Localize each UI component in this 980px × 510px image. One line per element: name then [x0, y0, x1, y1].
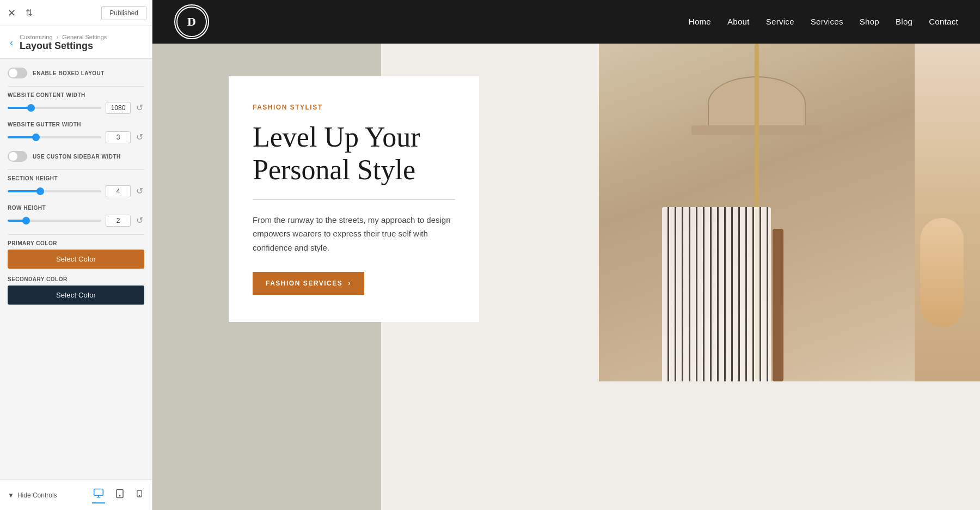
content-width-slider-row: 1080 ↺: [8, 101, 144, 114]
enable-boxed-label: ENABLE BOXED LAYOUT: [33, 70, 105, 76]
breadcrumb-sub: General Settings: [62, 34, 107, 40]
hero-photo-main: [599, 44, 915, 381]
svg-point-4: [139, 495, 139, 496]
hero-cta-button[interactable]: FASHION SERVICES ›: [253, 272, 364, 295]
primary-color-button[interactable]: Select Color: [8, 250, 144, 269]
panel-header: ‹ Customizing › General Settings Layout …: [0, 26, 152, 59]
row-height-reset[interactable]: ↺: [135, 214, 144, 227]
primary-color-row: PRIMARY COLOR Select Color: [8, 240, 144, 269]
panel-footer: ▼ Hide Controls: [0, 479, 152, 510]
nav-bar: D Home About Service Services Shop Blog …: [152, 0, 980, 44]
divider-1: [8, 86, 144, 87]
secondary-color-button[interactable]: Select Color: [8, 286, 144, 305]
enable-boxed-toggle[interactable]: [8, 68, 27, 78]
custom-sidebar-label: USE CUSTOM SIDEBAR WIDTH: [33, 154, 121, 160]
content-width-reset[interactable]: ↺: [135, 101, 144, 114]
content-width-label: WEBSITE CONTENT WIDTH: [8, 92, 144, 98]
hero-photo-side: [915, 44, 980, 381]
gutter-width-slider-row: 3 ↺: [8, 131, 144, 143]
content-width-input[interactable]: 1080: [106, 102, 131, 114]
nav-link-service[interactable]: Service: [766, 17, 794, 26]
gutter-width-setting: WEBSITE GUTTER WIDTH 3 ↺: [8, 122, 144, 143]
gutter-width-track[interactable]: [8, 136, 101, 138]
section-height-setting: SECTION HEIGHT 4 ↺: [8, 175, 144, 197]
section-height-reset[interactable]: ↺: [135, 185, 144, 197]
back-button[interactable]: ‹: [9, 36, 14, 50]
nav-links: Home About Service Services Shop Blog Co…: [689, 17, 958, 27]
hero-divider: [253, 199, 455, 200]
section-height-label: SECTION HEIGHT: [8, 175, 144, 181]
preview-area: D Home About Service Services Shop Blog …: [152, 0, 980, 510]
gutter-width-reset[interactable]: ↺: [135, 131, 144, 143]
hero-card: FASHION STYLIST Level Up Your Personal S…: [229, 76, 479, 322]
top-toolbar: ✕ ⇅ Published: [0, 0, 152, 26]
divider-3: [8, 234, 144, 235]
desktop-view-button[interactable]: [92, 487, 105, 503]
hero-cta-label: FASHION SERVICES: [266, 280, 342, 287]
published-button[interactable]: Published: [101, 6, 146, 20]
nav-link-home[interactable]: Home: [689, 17, 711, 26]
nav-logo: D: [174, 4, 209, 39]
striped-shirt: [662, 207, 771, 381]
divider-2: [8, 169, 144, 170]
row-height-slider-row: 2 ↺: [8, 214, 144, 227]
hero-category: FASHION STYLIST: [253, 104, 455, 111]
breadcrumb: Customizing › General Settings: [20, 34, 107, 40]
cta-arrow-icon: ›: [348, 280, 351, 287]
row-height-input[interactable]: 2: [106, 215, 131, 227]
arm-element: [920, 218, 964, 327]
content-width-thumb[interactable]: [27, 104, 35, 112]
nav-link-services[interactable]: Services: [811, 17, 843, 26]
hide-controls-button[interactable]: ▼ Hide Controls: [8, 491, 57, 499]
leather-strap: [773, 229, 783, 381]
hero-title: Level Up Your Personal Style: [253, 121, 455, 186]
custom-sidebar-row: USE CUSTOM SIDEBAR WIDTH: [8, 151, 144, 162]
section-height-input[interactable]: 4: [106, 185, 131, 197]
svg-point-2: [119, 495, 120, 496]
nav-link-blog[interactable]: Blog: [896, 17, 912, 26]
gutter-width-label: WEBSITE GUTTER WIDTH: [8, 122, 144, 127]
hide-controls-label: Hide Controls: [17, 491, 57, 499]
hide-controls-icon: ▼: [8, 491, 14, 499]
breadcrumb-root: Customizing: [20, 34, 53, 40]
content-width-setting: WEBSITE CONTENT WIDTH 1080 ↺: [8, 92, 144, 114]
panel-header-text: Customizing › General Settings Layout Se…: [20, 34, 107, 52]
hero-section: FASHION STYLIST Level Up Your Personal S…: [152, 44, 980, 510]
custom-sidebar-toggle[interactable]: [8, 151, 27, 162]
gutter-width-input[interactable]: 3: [106, 131, 131, 143]
sort-button[interactable]: ⇅: [23, 5, 35, 20]
secondary-color-label: SECONDARY COLOR: [8, 276, 144, 282]
nav-link-shop[interactable]: Shop: [860, 17, 879, 26]
row-height-thumb[interactable]: [22, 217, 30, 224]
close-button[interactable]: ✕: [5, 5, 18, 21]
primary-color-label: PRIMARY COLOR: [8, 240, 144, 246]
panel-title: Layout Settings: [20, 40, 107, 52]
content-width-track[interactable]: [8, 107, 101, 109]
gutter-width-thumb[interactable]: [32, 133, 40, 141]
enable-boxed-row: ENABLE BOXED LAYOUT: [8, 68, 144, 78]
section-height-slider-row: 4 ↺: [8, 185, 144, 197]
section-height-track[interactable]: [8, 190, 101, 192]
section-height-thumb[interactable]: [36, 187, 44, 195]
secondary-color-row: SECONDARY COLOR Select Color: [8, 276, 144, 305]
row-height-setting: ROW HEIGHT 2 ↺: [8, 205, 144, 227]
row-height-label: ROW HEIGHT: [8, 205, 144, 211]
row-height-track[interactable]: [8, 220, 101, 222]
svg-rect-0: [94, 489, 103, 496]
panel-content: ENABLE BOXED LAYOUT WEBSITE CONTENT WIDT…: [0, 59, 152, 479]
hero-description: From the runway to the streets, my appro…: [253, 213, 455, 255]
tablet-view-button[interactable]: [114, 487, 126, 503]
left-panel: ✕ ⇅ Published ‹ Customizing › General Se…: [0, 0, 152, 510]
nav-link-about[interactable]: About: [727, 17, 750, 26]
footer-icons: [92, 487, 144, 503]
logo-letter: D: [176, 7, 207, 37]
mobile-view-button[interactable]: [134, 487, 144, 503]
section-height-fill: [8, 190, 40, 192]
breadcrumb-sep: ›: [57, 34, 59, 40]
nav-link-contact[interactable]: Contact: [929, 17, 958, 26]
